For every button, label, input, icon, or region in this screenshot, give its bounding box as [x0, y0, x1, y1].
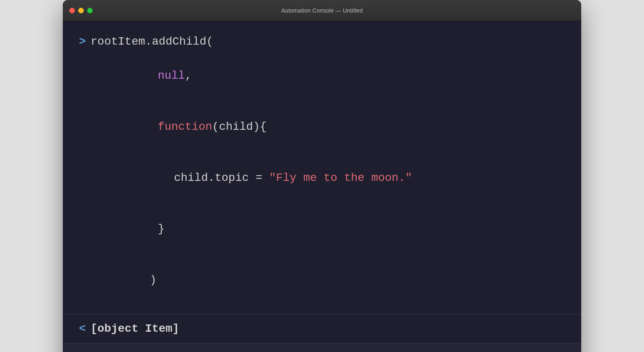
code-line-6: ): [79, 255, 565, 306]
code-null: null: [158, 69, 185, 82]
prompt-symbol: >: [79, 35, 86, 48]
code-comma: ,: [185, 69, 192, 82]
output-symbol: <: [79, 322, 86, 335]
console-body: > rootItem.addChild( null, function(chil…: [63, 21, 581, 352]
code-text-line1: rootItem.addChild(: [91, 33, 213, 50]
code-closing-brace: }: [158, 223, 164, 235]
code-line-1: > rootItem.addChild(: [79, 33, 565, 50]
output-section: < [object Item]: [63, 314, 581, 343]
traffic-lights: [69, 8, 93, 13]
code-var-assign: child.topic =: [174, 172, 269, 184]
close-button[interactable]: [69, 8, 75, 13]
code-section: > rootItem.addChild( null, function(chil…: [63, 21, 581, 314]
input-section[interactable]: >: [63, 343, 581, 352]
code-closing-paren: ): [149, 274, 156, 286]
code-function-args: (child){: [212, 120, 267, 133]
maximize-button[interactable]: [87, 8, 93, 13]
code-line-3: function(child){: [79, 101, 565, 152]
code-keyword-function: function: [158, 120, 212, 133]
code-line-2: null,: [79, 50, 565, 101]
code-line-5: }: [79, 204, 565, 255]
minimize-button[interactable]: [78, 8, 84, 13]
code-string-value: "Fly me to the moon.": [269, 172, 412, 184]
output-text: [object Item]: [91, 322, 179, 335]
output-line: < [object Item]: [79, 322, 565, 335]
window-title: Automation Console — Untitled: [281, 7, 363, 14]
window: Automation Console — Untitled > rootItem…: [63, 0, 581, 352]
titlebar: Automation Console — Untitled: [63, 0, 581, 21]
code-line-4: child.topic = "Fly me to the moon.": [79, 152, 565, 204]
